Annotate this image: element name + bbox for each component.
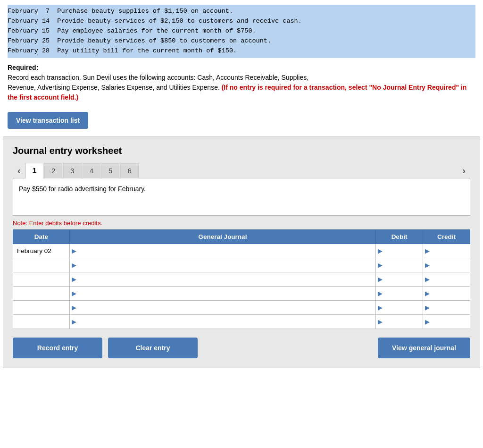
credit-input-6[interactable] bbox=[430, 316, 470, 328]
journal-input-6[interactable] bbox=[76, 316, 375, 328]
journal-cell-2[interactable]: ▶ bbox=[70, 258, 376, 272]
tab-6[interactable]: 6 bbox=[120, 163, 138, 178]
bottom-buttons: Record entry Clear entry View general jo… bbox=[13, 338, 470, 358]
tab-navigation: ‹ 1 2 3 4 5 6 › bbox=[13, 163, 470, 178]
required-text2: Revenue, Advertising Expense, Salaries E… bbox=[8, 83, 475, 102]
journal-input-2[interactable] bbox=[76, 259, 375, 271]
tab-prev-arrow[interactable]: ‹ bbox=[13, 164, 25, 177]
journal-input-5[interactable] bbox=[76, 302, 375, 313]
table-row: ▶ ▶ ▶ bbox=[13, 300, 470, 314]
transaction-line-3: February 15 Pay employee salaries for th… bbox=[8, 26, 475, 36]
journal-table: Date General Journal Debit Credit Februa… bbox=[13, 229, 470, 329]
credit-input-3[interactable] bbox=[430, 273, 470, 285]
debit-input-2[interactable] bbox=[383, 259, 423, 271]
tab-5[interactable]: 5 bbox=[101, 163, 119, 178]
tab-1[interactable]: 1 bbox=[25, 163, 43, 178]
date-cell-1: February 02 bbox=[13, 244, 70, 258]
debit-cell-2[interactable]: ▶ bbox=[376, 258, 423, 272]
credit-input-2[interactable] bbox=[430, 259, 470, 271]
credit-cell-1[interactable]: ▶ bbox=[423, 244, 470, 258]
date-cell-5 bbox=[13, 300, 70, 314]
credit-cell-3[interactable]: ▶ bbox=[423, 272, 470, 286]
credit-cell-5[interactable]: ▶ bbox=[423, 300, 470, 314]
credit-input-5[interactable] bbox=[430, 302, 470, 313]
debit-input-1[interactable] bbox=[383, 245, 423, 257]
col-header-journal: General Journal bbox=[70, 229, 376, 244]
journal-cell-6[interactable]: ▶ bbox=[70, 314, 376, 329]
journal-cell-1[interactable]: ▶ bbox=[70, 244, 376, 258]
date-cell-2 bbox=[13, 258, 70, 272]
journal-cell-4[interactable]: ▶ bbox=[70, 286, 376, 300]
journal-cell-3[interactable]: ▶ bbox=[70, 272, 376, 286]
worksheet-title: Journal entry worksheet bbox=[13, 145, 470, 156]
col-header-credit: Credit bbox=[423, 229, 470, 244]
view-transaction-button[interactable]: View transaction list bbox=[8, 112, 88, 129]
tab-3[interactable]: 3 bbox=[63, 163, 81, 178]
debit-input-3[interactable] bbox=[383, 273, 423, 285]
required-text1: Record each transaction. Sun Devil uses … bbox=[8, 73, 475, 83]
debit-cell-1[interactable]: ▶ bbox=[376, 244, 423, 258]
date-cell-4 bbox=[13, 286, 70, 300]
tab-4[interactable]: 4 bbox=[83, 163, 100, 178]
clear-entry-button[interactable]: Clear entry bbox=[108, 338, 198, 358]
note-text: Note: Enter debits before credits. bbox=[13, 220, 470, 227]
debit-input-5[interactable] bbox=[383, 302, 423, 313]
table-row: ▶ ▶ ▶ bbox=[13, 314, 470, 329]
debit-cell-4[interactable]: ▶ bbox=[376, 286, 423, 300]
credit-cell-2[interactable]: ▶ bbox=[423, 258, 470, 272]
required-label: Required: bbox=[8, 64, 38, 71]
table-row: February 02 ▶ ▶ ▶ bbox=[13, 244, 470, 258]
debit-input-6[interactable] bbox=[383, 316, 423, 328]
credit-input-4[interactable] bbox=[430, 287, 470, 299]
transaction-list: February 7 Purchase beauty supplies of $… bbox=[8, 5, 475, 58]
credit-cell-6[interactable]: ▶ bbox=[423, 314, 470, 329]
debit-cell-3[interactable]: ▶ bbox=[376, 272, 423, 286]
journal-input-3[interactable] bbox=[76, 273, 375, 285]
col-header-debit: Debit bbox=[376, 229, 423, 244]
tab-2[interactable]: 2 bbox=[44, 163, 62, 178]
required-section: Required: Record each transaction. Sun D… bbox=[8, 58, 475, 105]
table-row: ▶ ▶ ▶ bbox=[13, 272, 470, 286]
table-row: ▶ ▶ ▶ bbox=[13, 286, 470, 300]
transaction-description: Pay $550 for radio advertising for Febru… bbox=[13, 178, 470, 216]
debit-input-4[interactable] bbox=[383, 287, 423, 299]
col-header-date: Date bbox=[13, 229, 70, 244]
worksheet-container: Journal entry worksheet ‹ 1 2 3 4 5 6 › … bbox=[3, 136, 480, 368]
journal-cell-5[interactable]: ▶ bbox=[70, 300, 376, 314]
credit-input-1[interactable] bbox=[430, 245, 470, 257]
date-cell-3 bbox=[13, 272, 70, 286]
debit-cell-6[interactable]: ▶ bbox=[376, 314, 423, 329]
tab-next-arrow[interactable]: › bbox=[458, 164, 470, 177]
journal-input-1[interactable] bbox=[76, 245, 375, 257]
credit-cell-4[interactable]: ▶ bbox=[423, 286, 470, 300]
debit-cell-5[interactable]: ▶ bbox=[376, 300, 423, 314]
transaction-line-2: February 14 Provide beauty services of $… bbox=[8, 17, 475, 26]
journal-input-4[interactable] bbox=[76, 287, 375, 299]
transaction-line-1: February 7 Purchase beauty supplies of $… bbox=[8, 7, 475, 17]
table-row: ▶ ▶ ▶ bbox=[13, 258, 470, 272]
tab-list: 1 2 3 4 5 6 bbox=[25, 163, 458, 178]
date-cell-6 bbox=[13, 314, 70, 329]
transaction-line-4: February 25 Provide beauty services of $… bbox=[8, 36, 475, 46]
record-entry-button[interactable]: Record entry bbox=[13, 338, 102, 358]
transaction-line-5: February 28 Pay utility bill for the cur… bbox=[8, 46, 475, 56]
view-general-journal-button[interactable]: View general journal bbox=[378, 338, 470, 358]
